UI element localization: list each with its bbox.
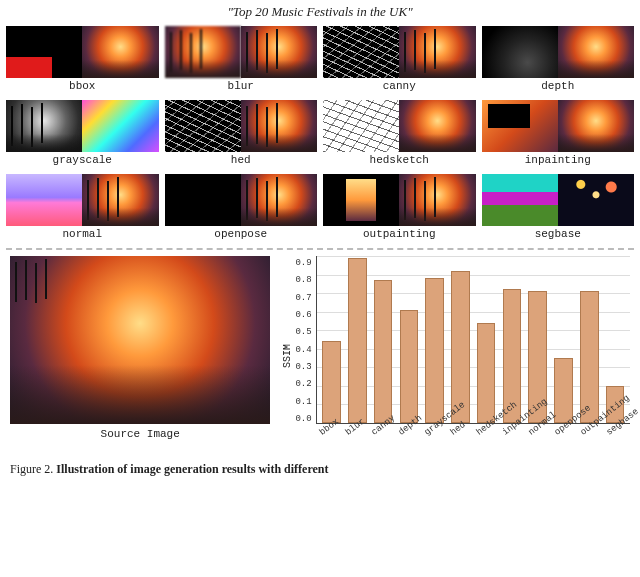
control-thumb xyxy=(323,26,399,78)
control-thumb xyxy=(165,26,241,78)
output-thumb xyxy=(558,174,634,226)
ytick: 0.0 xyxy=(295,414,311,424)
control-thumb xyxy=(482,100,558,152)
thumb-pair xyxy=(165,26,318,78)
xlabel: bbox xyxy=(318,418,353,455)
output-thumb xyxy=(82,26,158,78)
ytick: 0.1 xyxy=(295,397,311,407)
condition-cell-hedsketch: hedsketch xyxy=(323,100,476,170)
thumb-pair xyxy=(165,174,318,226)
ytick: 0.2 xyxy=(295,379,311,389)
output-thumb xyxy=(241,26,317,78)
xlabel: inpainting xyxy=(501,418,536,455)
control-thumb xyxy=(482,26,558,78)
condition-label: hedsketch xyxy=(370,152,429,170)
condition-label: hed xyxy=(231,152,251,170)
condition-cell-blur: blur xyxy=(165,26,318,96)
xlabel: depth xyxy=(396,418,431,455)
xlabel: normal xyxy=(527,418,562,455)
chart-yaxis: 0.90.80.70.60.50.40.30.20.10.0 xyxy=(295,256,315,456)
output-thumb xyxy=(399,26,475,78)
bar-bbox xyxy=(322,341,341,423)
condition-cell-depth: depth xyxy=(482,26,635,96)
prompt-title: "Top 20 Music Festivals in the UK" xyxy=(0,0,640,26)
caption-bold: Illustration of image generation results… xyxy=(56,462,328,476)
thumb-pair xyxy=(323,26,476,78)
output-thumb xyxy=(399,100,475,152)
xlabel: hedsketch xyxy=(475,418,510,455)
xlabel: openpose xyxy=(553,418,588,455)
condition-label: blur xyxy=(228,78,254,96)
bottom-row: Source Image SSIM 0.90.80.70.60.50.40.30… xyxy=(0,256,640,456)
bar-canny xyxy=(374,280,393,423)
condition-label: inpainting xyxy=(525,152,591,170)
ytick: 0.4 xyxy=(295,345,311,355)
figure-caption: Figure 2. Illustration of image generati… xyxy=(0,456,640,477)
xlabel: hed xyxy=(449,418,484,455)
ytick: 0.8 xyxy=(295,275,311,285)
control-thumb xyxy=(165,174,241,226)
condition-label: depth xyxy=(541,78,574,96)
control-thumb xyxy=(165,100,241,152)
condition-cell-outpainting: outpainting xyxy=(323,174,476,244)
condition-label: outpainting xyxy=(363,226,436,244)
thumb-pair xyxy=(6,174,159,226)
chart-plot-area: bboxblurcannydepthgrayscalehedhedsketchi… xyxy=(316,256,630,424)
xlabel: canny xyxy=(370,418,405,455)
condition-label: bbox xyxy=(69,78,95,96)
control-thumb xyxy=(6,174,82,226)
thumb-pair xyxy=(482,26,635,78)
source-image-wrap: Source Image xyxy=(10,256,270,456)
thumb-pair xyxy=(323,174,476,226)
thumb-pair xyxy=(323,100,476,152)
chart-ylabel: SSIM xyxy=(280,344,295,368)
bar-depth xyxy=(400,310,419,423)
control-thumb xyxy=(323,174,399,226)
xlabel: outpainting xyxy=(579,418,614,455)
thumb-pair xyxy=(6,100,159,152)
thumb-pair xyxy=(6,26,159,78)
source-image-label: Source Image xyxy=(101,424,180,440)
condition-label: canny xyxy=(383,78,416,96)
thumb-pair xyxy=(165,100,318,152)
condition-cell-openpose: openpose xyxy=(165,174,318,244)
condition-grid: bboxblurcannydepthgrayscalehedhedsketchi… xyxy=(0,26,640,244)
xlabel: grayscale xyxy=(422,418,457,455)
ytick: 0.7 xyxy=(295,293,311,303)
control-thumb xyxy=(6,26,82,78)
output-thumb xyxy=(399,174,475,226)
condition-cell-hed: hed xyxy=(165,100,318,170)
thumb-pair xyxy=(482,174,635,226)
ssim-bar-chart: SSIM 0.90.80.70.60.50.40.30.20.10.0 bbox… xyxy=(280,256,630,456)
output-thumb xyxy=(241,100,317,152)
ytick: 0.6 xyxy=(295,310,311,320)
bar-grayscale xyxy=(425,278,444,423)
output-thumb xyxy=(241,174,317,226)
condition-cell-canny: canny xyxy=(323,26,476,96)
xlabel: segbase xyxy=(605,418,640,455)
control-thumb xyxy=(6,100,82,152)
ytick: 0.5 xyxy=(295,327,311,337)
ytick: 0.3 xyxy=(295,362,311,372)
condition-cell-bbox: bbox xyxy=(6,26,159,96)
caption-prefix: Figure 2. xyxy=(10,462,56,476)
chart-xaxis: bboxblurcannydepthgrayscalehedhedsketchi… xyxy=(317,423,630,455)
condition-label: normal xyxy=(62,226,102,244)
source-image xyxy=(10,256,270,424)
condition-label: segbase xyxy=(535,226,581,244)
output-thumb xyxy=(82,174,158,226)
output-thumb xyxy=(82,100,158,152)
bar-hedsketch xyxy=(477,323,496,423)
condition-cell-grayscale: grayscale xyxy=(6,100,159,170)
chart-bars xyxy=(317,256,630,423)
condition-cell-segbase: segbase xyxy=(482,174,635,244)
bar-outpainting xyxy=(580,291,599,423)
condition-label: openpose xyxy=(214,226,267,244)
condition-cell-inpainting: inpainting xyxy=(482,100,635,170)
thumb-pair xyxy=(482,100,635,152)
control-thumb xyxy=(482,174,558,226)
ytick: 0.9 xyxy=(295,258,311,268)
section-divider xyxy=(6,248,634,250)
output-thumb xyxy=(558,100,634,152)
bar-openpose xyxy=(554,358,573,423)
